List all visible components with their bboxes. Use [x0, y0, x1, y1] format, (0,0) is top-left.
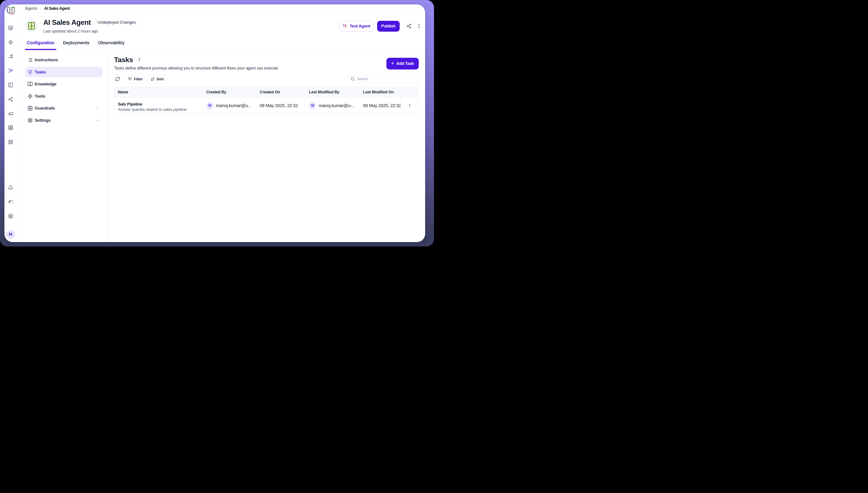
svg-text:AI: AI — [345, 26, 346, 28]
